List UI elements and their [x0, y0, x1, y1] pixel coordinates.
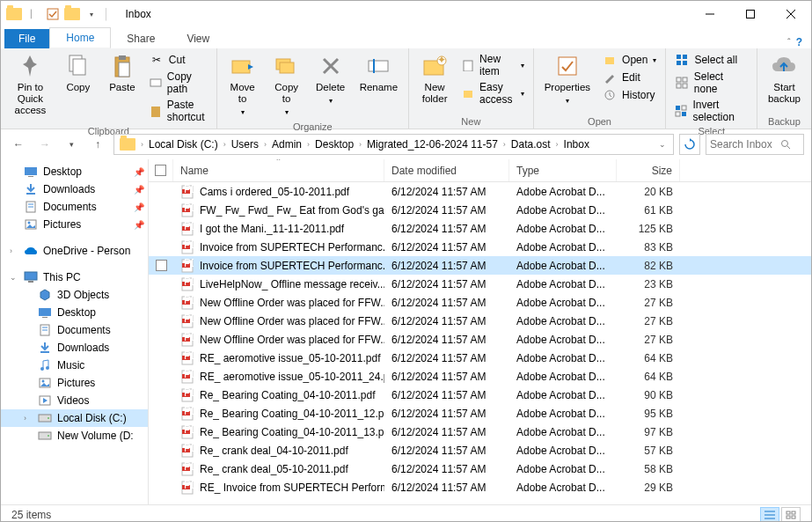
- nav-this-pc[interactable]: ⌄This PC: [1, 268, 148, 286]
- file-row[interactable]: PDFRE_ aeromotive issue_05-10-2011.pdf 6…: [149, 349, 811, 367]
- start-backup-button[interactable]: Start backup: [763, 50, 806, 114]
- nav-onedrive[interactable]: ›OneDrive - Person: [1, 242, 148, 260]
- file-row[interactable]: PDFI got the Mani._11-11-2011.pdf 6/12/2…: [149, 219, 811, 238]
- nav-item-local-disk-c-[interactable]: ›Local Disk (C:): [1, 409, 148, 427]
- nav-item-downloads[interactable]: Downloads: [1, 339, 148, 357]
- minimize-button[interactable]: [690, 1, 730, 27]
- nav-up-button[interactable]: ↑: [87, 134, 108, 155]
- paste-button[interactable]: Paste: [102, 50, 143, 124]
- breadcrumb-item[interactable]: Users: [228, 138, 262, 151]
- file-row[interactable]: PDFInvoice from SUPERTECH Performanc... …: [149, 238, 811, 256]
- easy-access-button[interactable]: Easy access ▾: [458, 80, 528, 107]
- file-row[interactable]: PDFFW_ Fw_ Fwd_ Fw_ Eat from God's gar..…: [149, 201, 811, 219]
- nav-item-pictures[interactable]: Pictures: [1, 374, 148, 392]
- search-box[interactable]: [706, 134, 804, 155]
- qat-dropdown-icon[interactable]: ▾: [84, 4, 99, 24]
- file-row[interactable]: PDFNew Offline Order was placed for FFW.…: [149, 330, 811, 349]
- column-header-name[interactable]: Name: [173, 159, 384, 181]
- svg-rect-31: [677, 77, 681, 82]
- file-type: Adobe Acrobat D...: [509, 482, 617, 494]
- invert-selection-button[interactable]: Invert selection: [671, 98, 750, 124]
- breadcrumb-item[interactable]: Inbox: [560, 138, 593, 151]
- copy-to-button[interactable]: Copy to▾: [267, 50, 307, 120]
- cut-icon: ✂: [150, 53, 164, 67]
- pin-quick-access-button[interactable]: Pin to Quick access: [6, 50, 55, 124]
- select-none-button[interactable]: Select none: [671, 70, 750, 96]
- maximize-button[interactable]: [730, 1, 771, 27]
- tab-home[interactable]: Home: [49, 27, 111, 48]
- breadcrumb-item[interactable]: Data.ost: [508, 138, 554, 151]
- column-header-size[interactable]: Size: [617, 159, 680, 181]
- svg-text:PDF: PDF: [184, 296, 194, 306]
- history-button[interactable]: History: [599, 87, 660, 103]
- nav-quick-pictures[interactable]: Pictures📌: [1, 216, 148, 233]
- paste-shortcut-button[interactable]: Paste shortcut: [146, 98, 211, 124]
- file-row[interactable]: PDFRe_ Bearing Coating_04-10-2011_12.pdf…: [149, 404, 811, 423]
- select-all-button[interactable]: Select all: [671, 52, 750, 68]
- copy-path-button[interactable]: Copy path: [146, 70, 211, 96]
- nav-quick-downloads[interactable]: Downloads📌: [1, 180, 148, 198]
- move-to-button[interactable]: Move to▾: [223, 50, 263, 120]
- tab-view[interactable]: View: [171, 29, 225, 48]
- file-name: Re_ Bearing Coating_04-10-2011.pdf: [200, 389, 375, 401]
- refresh-button[interactable]: [679, 134, 700, 155]
- file-row[interactable]: PDFNew Offline Order was placed for FFW.…: [149, 312, 811, 330]
- view-large-icons-button[interactable]: [781, 507, 801, 522]
- file-row[interactable]: PDFNew Offline Order was placed for FFW.…: [149, 293, 811, 312]
- file-row[interactable]: PDFRe_ crank deal_04-10-2011.pdf 6/12/20…: [149, 441, 811, 460]
- folder-icon[interactable]: [64, 4, 80, 24]
- new-item-button[interactable]: New item ▾: [458, 52, 528, 78]
- view-details-button[interactable]: [760, 507, 779, 522]
- breadcrumb-item[interactable]: Desktop: [311, 138, 357, 151]
- breadcrumb-item[interactable]: Migrated_12-06-2024 11-57: [363, 138, 501, 151]
- nav-quick-documents[interactable]: Documents📌: [1, 198, 148, 216]
- file-row[interactable]: PDFRe_ crank deal_05-10-2011.pdf 6/12/20…: [149, 460, 811, 478]
- ribbon-collapse-icon[interactable]: ˆ: [787, 37, 791, 48]
- row-checkbox[interactable]: [156, 260, 167, 271]
- file-row[interactable]: PDFInvoice from SUPERTECH Performanc... …: [149, 256, 811, 275]
- breadcrumb-item[interactable]: Local Disk (C:): [145, 138, 222, 151]
- new-folder-button[interactable]: ✦ New folder: [414, 50, 455, 114]
- pdf-icon: PDF: [180, 259, 194, 273]
- nav-item-desktop[interactable]: Desktop: [1, 304, 148, 321]
- file-row[interactable]: PDFRe_ Bearing Coating_04-10-2011.pdf 6/…: [149, 386, 811, 404]
- downloads-icon: [38, 341, 52, 355]
- new-volume-d--icon: [38, 429, 52, 443]
- help-icon[interactable]: ?: [796, 36, 802, 48]
- breadcrumb[interactable]: › Local Disk (C:)› Users› Admin› Desktop…: [113, 134, 674, 155]
- file-row[interactable]: PDFRe_ Bearing Coating_04-10-2011_13.pdf…: [149, 423, 811, 441]
- header-checkbox[interactable]: [149, 159, 173, 181]
- qat-properties-icon[interactable]: [45, 4, 61, 24]
- nav-back-button[interactable]: ←: [8, 134, 29, 155]
- nav-item-documents[interactable]: Documents: [1, 321, 148, 339]
- breadcrumb-dropdown-icon[interactable]: ⌄: [659, 140, 671, 149]
- properties-button[interactable]: Properties▾: [539, 50, 596, 114]
- search-input[interactable]: [710, 138, 780, 151]
- nav-item-new-volume-d-[interactable]: New Volume (D:: [1, 427, 148, 445]
- edit-button[interactable]: Edit: [599, 70, 660, 85]
- close-button[interactable]: [771, 1, 811, 27]
- nav-quick-desktop[interactable]: Desktop📌: [1, 163, 148, 180]
- history-icon: [603, 88, 617, 102]
- column-header-date[interactable]: Date modified: [384, 159, 509, 181]
- nav-recent-dropdown[interactable]: ▾: [61, 134, 82, 155]
- file-row[interactable]: PDFRE_ Invoice from SUPERTECH Perform...…: [149, 478, 811, 496]
- file-row[interactable]: PDFRE_ aeromotive issue_05-10-2011_24.pd…: [149, 367, 811, 386]
- open-button[interactable]: Open ▾: [599, 52, 660, 68]
- svg-rect-37: [676, 112, 680, 116]
- tab-file[interactable]: File: [4, 29, 49, 48]
- rename-button[interactable]: Rename: [355, 50, 403, 120]
- nav-item-3d-objects[interactable]: 3D Objects: [1, 286, 148, 304]
- breadcrumb-item[interactable]: Admin: [268, 138, 305, 151]
- navigation-pane[interactable]: Desktop📌Downloads📌Documents📌Pictures📌 ›O…: [1, 159, 149, 504]
- cut-button[interactable]: ✂Cut: [146, 52, 211, 68]
- column-header-type[interactable]: Type: [509, 159, 617, 181]
- nav-item-videos[interactable]: Videos: [1, 392, 148, 409]
- copy-button[interactable]: Copy: [58, 50, 99, 124]
- file-row[interactable]: PDFLiveHelpNow_ Offline message receiv..…: [149, 275, 811, 293]
- delete-button[interactable]: Delete▾: [311, 50, 351, 120]
- nav-forward-button[interactable]: →: [34, 134, 55, 155]
- tab-share[interactable]: Share: [111, 29, 171, 48]
- nav-item-music[interactable]: Music: [1, 357, 148, 374]
- file-row[interactable]: PDFCams i ordered_05-10-2011.pdf 6/12/20…: [149, 182, 811, 201]
